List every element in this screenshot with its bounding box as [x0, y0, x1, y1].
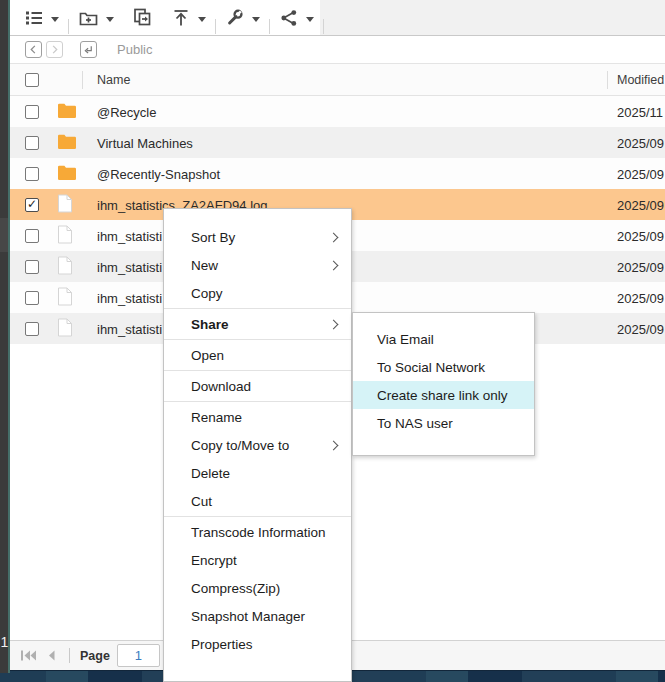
file-icon	[57, 287, 73, 309]
file-modified-date: 2025/09	[617, 135, 664, 150]
file-modified-date: 2025/09	[617, 197, 664, 212]
chevron-right-icon	[50, 45, 59, 54]
row-checkbox[interactable]	[25, 291, 39, 305]
menu-separator	[164, 370, 351, 371]
row-checkbox[interactable]	[25, 167, 39, 181]
table-row[interactable]: @Recently-Snapshot 2025/09	[10, 158, 665, 189]
submenu-chevron-icon	[329, 319, 339, 329]
context-menu: Sort ByNewCopyShareOpenDownloadRenameCop…	[163, 208, 352, 682]
menu-separator	[164, 308, 351, 309]
view-list-icon	[24, 8, 44, 28]
return-arrow-icon	[83, 44, 94, 55]
caret-down-icon	[198, 17, 206, 22]
menu-item-label: Open	[191, 348, 339, 363]
menu-item-label: Encrypt	[191, 553, 339, 568]
menu-item-encrypt[interactable]: Encrypt	[164, 546, 351, 574]
submenu-item-via-email[interactable]: Via Email	[353, 325, 534, 353]
upload-button[interactable]	[162, 0, 215, 35]
submenu-chevron-icon	[329, 440, 339, 450]
menu-item-rename[interactable]: Rename	[164, 403, 351, 431]
submenu-item-create-share-link-only[interactable]: Create share link only	[353, 381, 534, 409]
forward-button[interactable]	[46, 41, 63, 58]
menu-item-label: New	[191, 258, 330, 273]
file-name: Virtual Machines	[97, 135, 193, 150]
select-all-checkbox[interactable]	[25, 73, 39, 87]
menu-separator	[164, 401, 351, 402]
folder-icon	[57, 102, 77, 121]
table-row[interactable]: Virtual Machines 2025/09	[10, 127, 665, 158]
menu-item-label: Delete	[191, 466, 339, 481]
column-header-name[interactable]: Name	[97, 73, 130, 87]
submenu-item-to-social-network[interactable]: To Social Network	[353, 353, 534, 381]
column-header-modified[interactable]: Modified	[617, 73, 664, 87]
menu-item-label: Download	[191, 379, 339, 394]
previous-page-icon	[46, 649, 56, 662]
menu-item-new[interactable]: New	[164, 251, 351, 279]
page-number-input[interactable]	[117, 644, 160, 667]
menu-item-cut[interactable]: Cut	[164, 487, 351, 515]
caret-down-icon	[106, 17, 114, 22]
menu-item-sort-by[interactable]: Sort By	[164, 223, 351, 251]
submenu-item-to-nas-user[interactable]: To NAS user	[353, 409, 534, 437]
row-checkbox[interactable]: ✓	[25, 198, 39, 212]
column-divider	[82, 71, 83, 89]
menu-item-label: Cut	[191, 494, 339, 509]
left-strip-patch	[0, 218, 8, 252]
menu-item-copy[interactable]: Copy	[164, 279, 351, 307]
row-checkbox[interactable]	[25, 105, 39, 119]
file-modified-date: 2025/09	[617, 228, 664, 243]
row-checkbox[interactable]	[25, 322, 39, 336]
menu-item-transcode-information[interactable]: Transcode Information	[164, 518, 351, 546]
previous-page-button[interactable]	[46, 649, 56, 662]
chevron-left-icon	[29, 45, 38, 54]
menu-item-label: Transcode Information	[191, 525, 339, 540]
menu-item-share[interactable]: Share	[164, 310, 351, 338]
file-modified-date: 2025/11	[617, 104, 663, 119]
menu-item-label: Snapshot Manager	[191, 609, 339, 624]
menu-item-download[interactable]: Download	[164, 372, 351, 400]
menu-item-label: Properties	[191, 637, 339, 652]
menu-item-properties[interactable]: Properties	[164, 630, 351, 658]
page-label: Page	[80, 649, 110, 663]
file-icon	[57, 194, 73, 216]
first-page-icon	[20, 649, 37, 662]
caret-down-icon	[306, 17, 314, 22]
share-button[interactable]	[270, 0, 323, 35]
file-modified-date: 2025/09	[617, 321, 664, 336]
menu-separator	[164, 516, 351, 517]
caret-down-icon	[252, 17, 260, 22]
file-name: ihm_statisti	[97, 321, 162, 336]
menu-item-copy-to-move-to[interactable]: Copy to/Move to	[164, 431, 351, 459]
file-name: @Recycle	[97, 104, 156, 119]
breadcrumb[interactable]: Public	[117, 42, 152, 57]
row-checkbox[interactable]	[25, 229, 39, 243]
copy-move-button[interactable]	[123, 0, 162, 35]
menu-item-label: Sort By	[191, 230, 330, 245]
pagination-divider	[69, 648, 70, 663]
file-modified-date: 2025/09	[617, 259, 664, 274]
menu-item-open[interactable]: Open	[164, 341, 351, 369]
go-up-button[interactable]	[80, 41, 97, 58]
tools-icon	[225, 8, 245, 28]
table-header: Name Modified	[10, 64, 665, 96]
menu-item-delete[interactable]: Delete	[164, 459, 351, 487]
side-badge: 1	[0, 632, 9, 652]
share-icon	[279, 8, 299, 28]
back-button[interactable]	[25, 41, 42, 58]
menu-item-compress-zip-[interactable]: Compress(Zip)	[164, 574, 351, 602]
view-mode-button[interactable]	[15, 0, 68, 35]
column-divider	[607, 71, 608, 89]
menu-item-label: Copy	[191, 286, 339, 301]
menu-item-label: Compress(Zip)	[191, 581, 339, 596]
table-row[interactable]: @Recycle 2025/11	[10, 96, 665, 127]
upload-icon	[171, 8, 191, 28]
menu-item-snapshot-manager[interactable]: Snapshot Manager	[164, 602, 351, 630]
row-checkbox[interactable]	[25, 260, 39, 274]
menu-separator	[164, 339, 351, 340]
row-checkbox[interactable]	[25, 136, 39, 150]
file-name: ihm_statisti	[97, 228, 162, 243]
tools-button[interactable]	[216, 0, 269, 35]
new-folder-button[interactable]	[69, 0, 123, 35]
first-page-button[interactable]	[20, 649, 37, 662]
file-icon	[57, 225, 73, 247]
